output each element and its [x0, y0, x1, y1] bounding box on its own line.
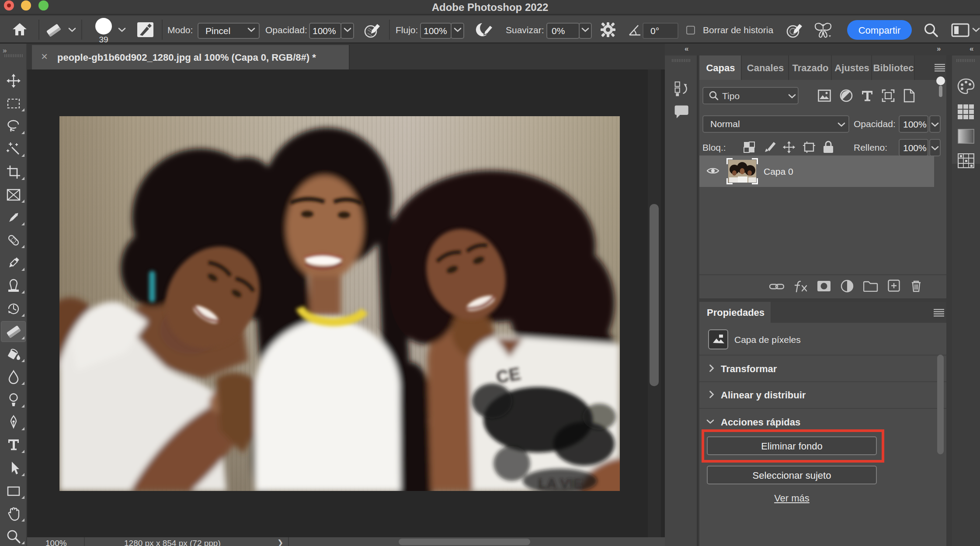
- svg-text:LA VIE: LA VIE: [538, 476, 583, 491]
